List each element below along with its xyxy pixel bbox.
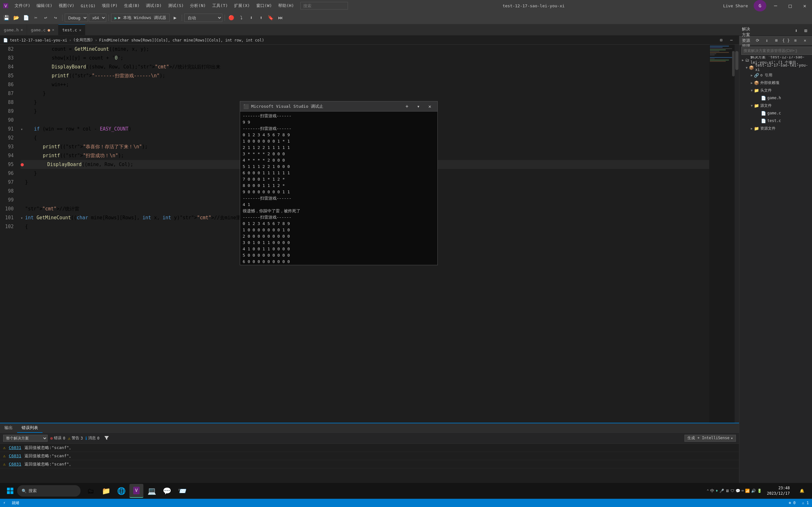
menu-extensions[interactable]: 扩展(X) xyxy=(231,0,253,11)
tree-solution-root[interactable]: ▶ 🗂 解决方案 'test-12-17-sao-lei-you-xi' (1 … xyxy=(740,56,812,64)
tray-display-icon[interactable]: 🖥 xyxy=(725,489,729,493)
se-code-btn[interactable]: { } xyxy=(781,36,791,45)
code-line-85[interactable]: printf(("str">"-------扫雷游戏------\n"); xyxy=(20,71,709,80)
tree-game-h[interactable]: 📄 game.h xyxy=(740,94,812,102)
code-line-87[interactable]: } xyxy=(20,89,709,98)
taskbar-app-mail[interactable]: 📨 xyxy=(175,484,189,498)
minimap-thumb[interactable] xyxy=(732,51,734,76)
toolbar-next-bookmark-btn[interactable]: ⏭ xyxy=(276,13,285,22)
close-button[interactable]: ✕ xyxy=(798,0,812,11)
toolbar-cut-btn[interactable]: ✂ xyxy=(32,13,40,22)
watch-dropdown[interactable]: 自动 xyxy=(184,14,222,22)
toolbar-open-btn[interactable]: 📂 xyxy=(12,13,20,22)
tray-volume-icon[interactable]: 🔊 xyxy=(751,489,756,493)
tray-mic-icon[interactable]: 🎤 xyxy=(719,489,724,493)
console-new-tab-btn[interactable]: + xyxy=(403,102,411,111)
tab-close-game-h[interactable]: ✕ xyxy=(20,27,23,32)
start-button[interactable] xyxy=(3,485,17,497)
tree-project[interactable]: ▼ 📦 test-12-17-sao-lei-you-xi xyxy=(740,64,812,71)
tab-output[interactable]: 输出 xyxy=(0,424,17,433)
taskbar-clock[interactable]: 23:48 2023/12/17 xyxy=(764,486,793,496)
tray-cn-icon[interactable]: 中 xyxy=(710,488,714,494)
tree-sources-folder[interactable]: ▼ 📁 源文件 xyxy=(740,102,812,109)
tab-errors[interactable]: 错误列表 xyxy=(17,424,43,433)
collapse-all-btn[interactable]: ⊟ xyxy=(717,36,726,45)
split-editor-btn[interactable]: ⊞ xyxy=(801,26,810,35)
toolbar-step-over-btn[interactable]: ⤵ xyxy=(237,13,246,22)
se-close-btn[interactable]: ✕ xyxy=(801,36,809,45)
collapse-icon[interactable]: ▾ xyxy=(20,214,25,222)
menu-git[interactable]: Git(G) xyxy=(78,0,99,11)
filter-btn[interactable] xyxy=(104,435,109,441)
tab-game-h[interactable]: game.h ✕ xyxy=(0,24,27,35)
notification-btn[interactable]: 🔔 xyxy=(795,484,809,498)
error-row-1[interactable]: ⚠ C6031 返回值被忽略:"scanf"。 xyxy=(0,452,739,460)
user-avatar[interactable]: G xyxy=(754,0,766,11)
error-row-0[interactable]: ⚠ C6031 返回值被忽略:"scanf"。 xyxy=(0,444,739,452)
minimize-button[interactable]: ─ xyxy=(768,0,783,11)
se-sync-btn[interactable]: ⟳ xyxy=(753,36,762,45)
error-row-2[interactable]: ⚠ C6031 返回值被忽略:"scanf"。 xyxy=(0,460,739,468)
se-refresh-btn[interactable]: ↕ xyxy=(763,36,771,45)
tab-close-game-c[interactable]: ✕ xyxy=(52,27,54,32)
toolbar-step-in-btn[interactable]: ⬇ xyxy=(247,13,256,22)
tab-list-btn[interactable]: ⬇ xyxy=(792,26,801,35)
menu-help[interactable]: 帮助(H) xyxy=(275,0,297,11)
menu-view[interactable]: 视图(V) xyxy=(55,0,78,11)
tab-test-c[interactable]: test.c ✕ xyxy=(58,24,85,35)
toolbar-continue-btn[interactable]: ▶ xyxy=(171,13,180,22)
taskbar-app-browser[interactable]: 🌐 xyxy=(114,484,128,498)
minimap[interactable] xyxy=(709,45,734,423)
code-line-84[interactable]: DisplayBoard((show, Row, Col);"str">"cmt… xyxy=(20,62,709,71)
platform-dropdown[interactable]: x64 xyxy=(89,14,106,22)
tree-headers-folder[interactable]: ▼ 📁 头文件 xyxy=(740,87,812,94)
menu-tools[interactable]: 工具(T) xyxy=(209,0,231,11)
se-search-input[interactable] xyxy=(741,47,812,55)
toolbar-bookmark-btn[interactable]: 🔖 xyxy=(266,13,275,22)
tab-game-c[interactable]: game.c ● ✕ xyxy=(27,24,58,35)
taskbar-app-chat[interactable]: 💬 xyxy=(160,484,174,498)
menu-analyze[interactable]: 分析(N) xyxy=(187,0,209,11)
global-search-input[interactable] xyxy=(300,2,348,9)
collapse-icon[interactable]: ▾ xyxy=(20,125,25,134)
tray-security-icon[interactable]: 🛡 xyxy=(730,489,734,493)
taskbar-app-files[interactable]: 🗂 xyxy=(84,484,98,498)
tree-references[interactable]: ▶ 🔗 o 引用 xyxy=(740,71,812,79)
tray-expand-btn[interactable]: ⌃ xyxy=(707,489,709,493)
menu-file[interactable]: 文件(F) xyxy=(11,0,33,11)
tree-test-c[interactable]: 📄 test.c xyxy=(740,117,812,124)
tab-close-test-c[interactable]: ✕ xyxy=(79,28,81,32)
vertical-scrollbar[interactable] xyxy=(734,45,739,423)
taskbar-app-notepad[interactable]: V xyxy=(130,484,143,498)
statusbar-errors-btn[interactable]: ⊗ 0 xyxy=(786,499,799,507)
build-btn-label[interactable]: 生成 + IntelliSense ▾ xyxy=(684,435,736,442)
toolbar-step-out-btn[interactable]: ⬆ xyxy=(257,13,265,22)
tree-game-c[interactable]: 📄 game.c xyxy=(740,109,812,117)
taskbar-search-btn[interactable]: 🔍 搜索 xyxy=(17,485,81,497)
taskbar-app-explorer[interactable]: 📁 xyxy=(99,484,113,498)
se-view-btn[interactable]: ⊞ xyxy=(772,36,781,45)
toolbar-breakpoint-btn[interactable]: 🔴 xyxy=(227,13,236,22)
run-debugger-button[interactable]: ▶ ▶ 本地 Windows 调试器 xyxy=(111,14,170,22)
scrollbar-thumb[interactable] xyxy=(735,51,739,70)
tray-kbd-icon[interactable]: ⌨ xyxy=(742,489,744,493)
toolbar-save-btn[interactable]: 💾 xyxy=(2,13,11,22)
maximize-button[interactable]: □ xyxy=(783,0,798,11)
error-code-2[interactable]: C6031 xyxy=(9,462,21,466)
tree-resources-folder[interactable]: ▶ 📁 资源文件 xyxy=(740,124,812,132)
statusbar-remote-btn[interactable]: ⚡ xyxy=(0,499,9,507)
live-share-button[interactable]: Live Share xyxy=(719,3,752,8)
error-code-0[interactable]: C6031 xyxy=(9,445,21,450)
breadcrumb-scope[interactable]: (全局范围) xyxy=(73,38,93,43)
code-line-82[interactable]: count = GetMineCount((mine, x, y); xyxy=(20,45,709,54)
menu-window[interactable]: 窗口(W) xyxy=(253,0,275,11)
menu-test[interactable]: 测试(S) xyxy=(165,0,187,11)
error-code-1[interactable]: C6031 xyxy=(9,453,21,458)
toolbar-undo-btn[interactable]: ↩ xyxy=(41,13,50,22)
toolbar-new-btn[interactable]: 📄 xyxy=(21,13,31,22)
menu-project[interactable]: 项目(P) xyxy=(99,0,120,11)
filter-scope-dropdown[interactable]: 整个解决方案 xyxy=(3,435,48,442)
taskbar-app-cmd[interactable]: 💻 xyxy=(145,484,159,498)
build-intellisense-btn[interactable]: 生成 + IntelliSense ▾ xyxy=(684,435,736,442)
debug-config-dropdown[interactable]: Debug xyxy=(65,14,88,22)
